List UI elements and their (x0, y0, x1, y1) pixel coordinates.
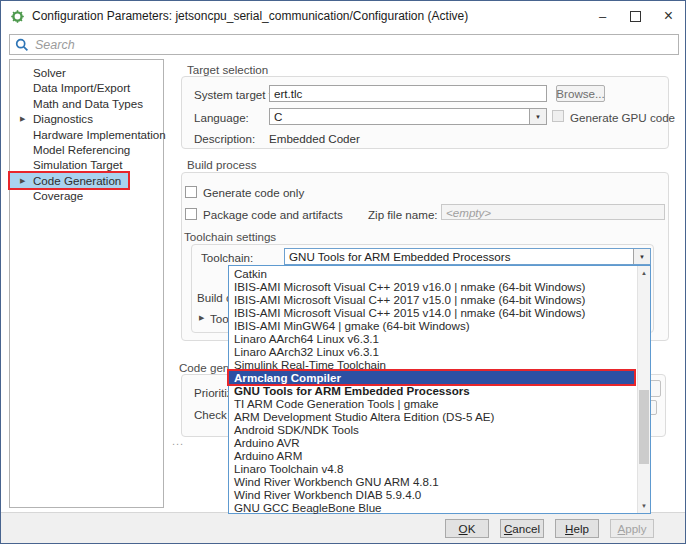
ok-button[interactable]: OK (445, 519, 489, 538)
title-bar: Configuration Parameters: jetsoncpu_seri… (1, 1, 685, 31)
dropdown-item-arm-development-studio-altera-edition-ds-5-ae[interactable]: ARM Development Studio Altera Edition (D… (229, 410, 650, 423)
language-combo[interactable]: C ▼ (269, 108, 547, 125)
sidebar-item-label: Coverage (33, 189, 83, 202)
apply-button[interactable]: Apply (610, 519, 654, 538)
generate-gpu-code-checkbox[interactable] (552, 110, 564, 122)
sidebar-item-label: Data Import/Export (33, 81, 130, 94)
maximize-icon (630, 11, 641, 22)
sidebar-item-simulation-target[interactable]: Simulation Target (10, 157, 163, 172)
dropdown-item-gnu-gcc-beaglebone-blue[interactable]: GNU GCC BeagleBone Blue (229, 501, 650, 514)
dropdown-scrollbar[interactable]: ▲ ▼ (637, 266, 650, 513)
language-value: C (270, 109, 529, 124)
dropdown-item-wind-river-workbench-gnu-arm-4-8-1[interactable]: Wind River Workbench GNU ARM 4.8.1 (229, 475, 650, 488)
dropdown-item-android-sdk-ndk-tools[interactable]: Android SDK/NDK Tools (229, 423, 650, 436)
toolchain-details-expand-arrow-icon[interactable]: ▶ (199, 314, 204, 322)
dropdown-item-arduino-arm[interactable]: Arduino ARM (229, 449, 650, 462)
zip-file-name-label: Zip file name: (368, 208, 438, 221)
window-controls: – × (586, 1, 685, 31)
package-code-label: Package code and artifacts (203, 208, 343, 221)
sidebar-item-data-import-export[interactable]: Data Import/Export (10, 80, 163, 95)
dropdown-item-ibis-ami-mingw64-gmake-64-bit-windows[interactable]: IBIS-AMI MinGW64 | gmake (64-bit Windows… (229, 319, 650, 332)
close-icon: × (664, 7, 673, 25)
scroll-down-icon[interactable]: ▼ (638, 500, 650, 512)
dropdown-item-ti-arm-code-generation-tools-gmake[interactable]: TI ARM Code Generation Tools | gmake (229, 397, 650, 410)
sidebar-item-label: Model Referencing (33, 143, 130, 156)
dropdown-item-ibis-ami-microsoft-visual-c-2015-v14-0-nmake-64-bit-windows[interactable]: IBIS-AMI Microsoft Visual C++ 2015 v14.0… (229, 306, 650, 319)
browse-button[interactable]: Browse... (556, 85, 605, 102)
generate-gpu-code-label: Generate GPU code (570, 111, 675, 124)
dropdown-item-ibis-ami-microsoft-visual-c-2019-v16-0-nmake-64-bit-windows[interactable]: IBIS-AMI Microsoft Visual C++ 2019 v16.0… (229, 280, 650, 293)
maximize-button[interactable] (619, 1, 652, 31)
sidebar-item-model-referencing[interactable]: Model Referencing (10, 142, 163, 157)
toolchain-combo[interactable]: GNU Tools for ARM Embedded Processors ▼ (284, 248, 651, 265)
toolchain-value: GNU Tools for ARM Embedded Processors (285, 249, 633, 264)
package-code-checkbox[interactable] (185, 208, 197, 220)
dropdown-item-armclang-compiler[interactable]: Armclang Compiler (229, 371, 634, 384)
sidebar-nav: SolverData Import/ExportMath and Data Ty… (9, 59, 164, 508)
zip-file-name-input[interactable]: <empty> (441, 204, 665, 220)
sidebar-item-label: Code Generation (33, 174, 121, 187)
app-gear-icon (11, 10, 24, 23)
sidebar-item-code-generation[interactable]: ▶Code Generation (10, 173, 128, 188)
dropdown-item-simulink-real-time-toolchain[interactable]: Simulink Real-Time Toolchain (229, 358, 650, 371)
search-icon (15, 38, 29, 52)
target-selection-group-title: Target selection (187, 63, 268, 76)
scrollbar-thumb[interactable] (639, 390, 649, 464)
minimize-icon: – (599, 9, 606, 24)
toolchain-settings-title: Toolchain settings (184, 230, 276, 243)
generate-code-only-checkbox[interactable] (185, 186, 197, 198)
sidebar-item-label: Diagnostics (33, 112, 93, 125)
cancel-button[interactable]: Cancel (500, 519, 544, 538)
sidebar-item-coverage[interactable]: Coverage (10, 188, 163, 203)
language-combo-arrow-icon[interactable]: ▼ (529, 109, 546, 124)
build-configuration-label-fragment: Build c (197, 291, 232, 304)
description-label: Description: (194, 132, 255, 145)
scroll-up-icon[interactable]: ▲ (638, 267, 650, 279)
sidebar-item-solver[interactable]: Solver (10, 65, 163, 80)
search-placeholder: Search (35, 38, 75, 52)
footer-buttons: OKCancelHelpApply (1, 512, 685, 543)
sidebar-item-label: Math and Data Types (33, 97, 143, 110)
dropdown-item-linaro-toolchain-v4-8[interactable]: Linaro Toolchain v4.8 (229, 462, 650, 475)
dropdown-item-gnu-tools-for-arm-embedded-processors[interactable]: GNU Tools for ARM Embedded Processors (229, 384, 650, 397)
language-label: Language: (194, 111, 249, 124)
dropdown-item-linaro-aarch32-linux-v6-3-1[interactable]: Linaro AArch32 Linux v6.3.1 (229, 345, 650, 358)
help-button[interactable]: Help (555, 519, 599, 538)
dropdown-item-catkin[interactable]: Catkin (229, 267, 650, 280)
dropdown-item-wind-river-workbench-diab-5-9-4-0[interactable]: Wind River Workbench DIAB 5.9.4.0 (229, 488, 650, 501)
sidebar-item-label: Hardware Implementation (33, 128, 166, 141)
system-target-file-input[interactable]: ert.tlc (269, 85, 547, 102)
search-input[interactable]: Search (9, 34, 679, 55)
zip-file-name-value: <empty> (446, 206, 491, 219)
sidebar-item-hardware-implementation[interactable]: Hardware Implementation (10, 127, 163, 142)
sidebar-item-label: Solver (33, 66, 66, 79)
toolchain-dropdown-list: CatkinIBIS-AMI Microsoft Visual C++ 2019… (228, 265, 651, 514)
expand-arrow-icon[interactable]: ▶ (20, 111, 25, 126)
close-button[interactable]: × (652, 1, 685, 31)
description-value: Embedded Coder (269, 132, 360, 145)
overflow-ellipsis: ... (172, 435, 184, 447)
sidebar-item-math-and-data-types[interactable]: Math and Data Types (10, 96, 163, 111)
generate-code-only-label: Generate code only (203, 186, 304, 199)
dropdown-item-linaro-aarch64-linux-v6-3-1[interactable]: Linaro AArch64 Linux v6.3.1 (229, 332, 650, 345)
configuration-parameters-dialog: Configuration Parameters: jetsoncpu_seri… (0, 0, 686, 544)
dropdown-item-ibis-ami-microsoft-visual-c-2017-v15-0-nmake-64-bit-windows[interactable]: IBIS-AMI Microsoft Visual C++ 2017 v15.0… (229, 293, 650, 306)
toolchain-combo-arrow-icon[interactable]: ▼ (633, 249, 650, 264)
toolchain-label: Toolchain: (201, 251, 253, 264)
minimize-button[interactable]: – (586, 1, 619, 31)
window-title: Configuration Parameters: jetsoncpu_seri… (32, 9, 468, 23)
system-target-file-value: ert.tlc (274, 87, 302, 100)
expand-arrow-icon[interactable]: ▶ (20, 173, 25, 188)
build-process-group-title: Build process (187, 158, 257, 171)
sidebar-item-diagnostics[interactable]: ▶Diagnostics (10, 111, 163, 126)
dropdown-item-arduino-avr[interactable]: Arduino AVR (229, 436, 650, 449)
toolchain-dropdown-items: CatkinIBIS-AMI Microsoft Visual C++ 2019… (229, 266, 650, 514)
sidebar-item-label: Simulation Target (33, 158, 122, 171)
